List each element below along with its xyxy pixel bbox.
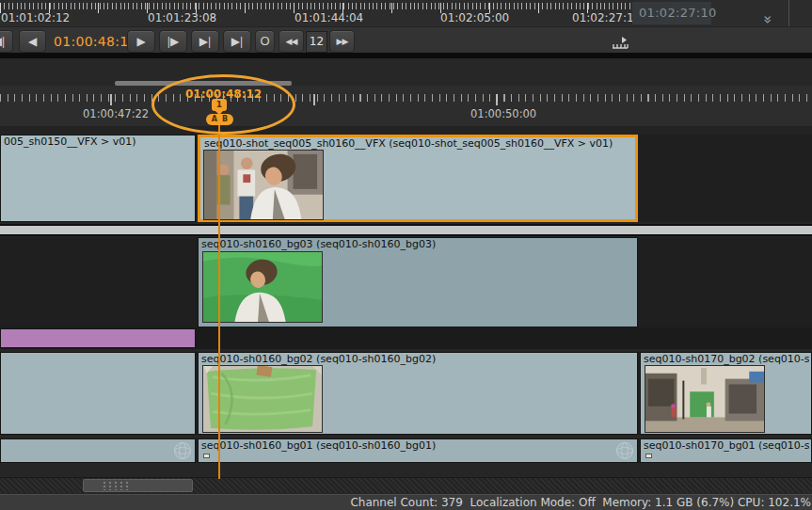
timeline-clip[interactable]: seq010-sh0170_bg01 (seq010-sh01	[640, 438, 812, 463]
timeline-ruler-major-tick	[110, 94, 112, 105]
status-bar: Channel Count: 379 Localization Mode: Of…	[0, 494, 812, 510]
timeline-clip[interactable]	[0, 438, 196, 463]
go-to-next-edit-button[interactable]: ▶|	[191, 30, 219, 53]
clip-thumbnail-green-cloth	[202, 365, 323, 433]
nle-timeline-window: 01:01:02:12 01:01:23:08 01:01:44:04 01:0…	[0, 0, 812, 510]
clip-thumbnail-boy-street	[203, 150, 324, 220]
render-status-icon	[645, 454, 652, 458]
top-ruler-label: 01:01:23:08	[148, 11, 216, 24]
top-ruler-label: 01:02:05:00	[440, 11, 509, 24]
timeline-clip[interactable]: seq010-sh0170_bg02 (seq010-sh01	[640, 352, 812, 435]
track-row-vfx: 005_sh0150__VFX > v01) seq010-shot_seq00…	[0, 135, 812, 222]
clip-title: 005_sh0150__VFX > v01)	[4, 135, 193, 148]
timeline-clip[interactable]: seq010-sh0160_bg01 (seq010-sh0160_bg01)	[198, 438, 638, 463]
horizontal-scrollbar-thumb[interactable]	[83, 479, 193, 492]
marker-b-label: B	[222, 114, 228, 125]
back-frames-button[interactable]: ◀◀	[279, 30, 304, 53]
transport-bar: ◀| ◀ 01:00:48:12 ▶ |▶ ▶| ▶| O ◀◀ 12 ▶▶	[0, 26, 812, 55]
motion-adapter-icon	[615, 441, 634, 460]
timeline-ruler-ticks	[0, 94, 812, 102]
timeline-ruler-label: 01:00:47:22	[83, 107, 149, 120]
top-ruler-label: 01:02:27:10	[572, 11, 641, 24]
play-in-to-out-button[interactable]: |▶	[159, 30, 187, 53]
track-divider-bar[interactable]	[0, 224, 812, 236]
clip-title: seq010-sh0170_bg02 (seq010-sh01	[644, 353, 809, 365]
timeline-clip-selected[interactable]: seq010-shot_seq005_sh0160__VFX (seq010-s…	[198, 135, 638, 222]
marker-ab-badge[interactable]: A B	[206, 114, 233, 125]
track-row-bg02: seq010-sh0160_bg02 (seq010-sh0160_bg02) …	[0, 352, 812, 435]
timeline-clip[interactable]: seq010-sh0160_bg03 (seq010-sh0160_bg03)	[198, 237, 638, 327]
clip-title: seq010-sh0170_bg01 (seq010-sh01	[644, 439, 809, 452]
clip-thumbnail-street-greenscreen	[645, 365, 765, 433]
timeline-clip[interactable]	[0, 352, 196, 435]
timeline-clip-purple[interactable]	[0, 328, 196, 348]
step-back-button[interactable]: ◀|	[0, 30, 13, 53]
clip-title: seq010-shot_seq005_sh0160__VFX (seq010-s…	[204, 137, 633, 150]
motion-adapter-icon	[173, 441, 192, 460]
clip-thumbnail-boy-greenscreen	[202, 251, 323, 323]
timeline-ruler-major-tick	[496, 94, 498, 105]
play-button[interactable]: ▶	[127, 30, 155, 53]
clip-title: seq010-sh0160_bg01 (seq010-sh0160_bg01)	[201, 439, 635, 452]
forward-frames-button[interactable]: ▶▶	[329, 30, 355, 53]
clip-title: seq010-sh0160_bg03 (seq010-sh0160_bg03)	[201, 238, 635, 250]
top-ruler-label: 01:01:02:12	[1, 11, 70, 24]
current-timecode-display: 01:00:48:12	[54, 30, 125, 53]
timeline-ruler-label: 01:00:50:00	[470, 107, 536, 120]
track-row-bg03: seq010-sh0160_bg03 (seq010-sh0160_bg03)	[0, 237, 812, 327]
timeline-ruler[interactable]: 01:00:47:22 01:00:50:00	[0, 86, 812, 126]
timeline-ruler-major-tick	[313, 94, 315, 105]
overwrite-button[interactable]: O	[255, 30, 275, 53]
frame-count-field[interactable]: 12	[306, 31, 327, 53]
scrollbar-grip-dots	[103, 482, 129, 490]
mark-in-ruler-icon[interactable]	[612, 35, 629, 49]
track-row-purple	[0, 327, 812, 349]
secondary-timecode-display: 01:02:27:10	[632, 2, 711, 24]
track-header-strip	[0, 126, 812, 135]
timeline-marker-1[interactable]: 1	[212, 99, 227, 111]
track-row-bg01: seq010-sh0160_bg01 (seq010-sh0160_bg01) …	[0, 438, 812, 463]
playhead-line[interactable]	[218, 121, 220, 479]
render-status-icon	[203, 454, 210, 458]
go-to-end-button[interactable]: ▶|	[223, 30, 251, 53]
timeline-clip[interactable]: 005_sh0150__VFX > v01)	[0, 135, 196, 222]
clip-title: seq010-sh0160_bg02 (seq010-sh0160_bg02)	[201, 353, 635, 365]
top-ruler-label: 01:01:44:04	[295, 11, 363, 24]
marker-a-label: A	[212, 114, 217, 125]
play-reverse-button[interactable]: ◀	[19, 30, 46, 53]
timeline-clip[interactable]: seq010-sh0160_bg02 (seq010-sh0160_bg02)	[198, 352, 638, 435]
